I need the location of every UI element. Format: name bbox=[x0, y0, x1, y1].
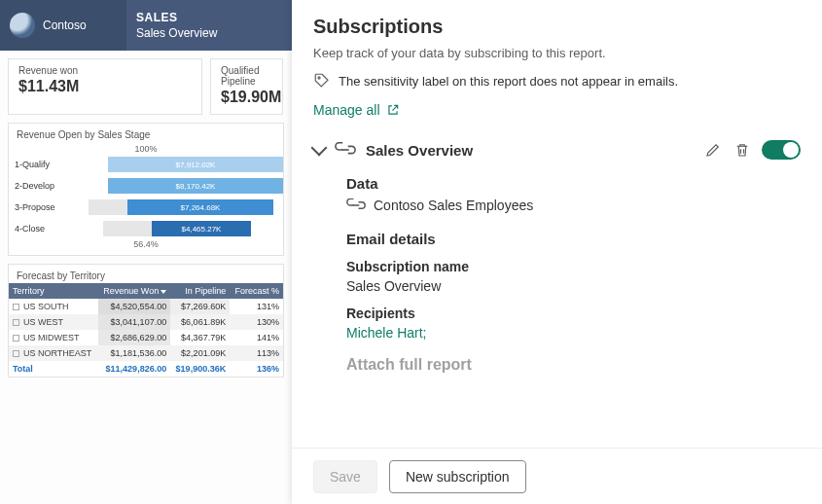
bar-label: 4-Close bbox=[15, 224, 69, 234]
report-title-block: SALES Sales Overview bbox=[126, 0, 292, 51]
trash-icon bbox=[733, 141, 751, 159]
subscriptions-pane: Subscriptions Keep track of your data by… bbox=[292, 0, 822, 504]
col-revenue-won[interactable]: Revenue Won bbox=[98, 283, 171, 299]
manage-all-label: Manage all bbox=[313, 102, 380, 118]
pencil-icon bbox=[704, 141, 722, 159]
chart-revenue-by-stage[interactable]: Revenue Open by Sales Stage 100% 1-Quali… bbox=[8, 123, 284, 256]
table-row[interactable]: US NORTHEAST$1,181,536.00$2,201.09K113% bbox=[9, 345, 283, 361]
email-details-heading: Email details bbox=[346, 231, 801, 247]
bar-label: 1-Qualify bbox=[15, 160, 69, 169]
recipients-value: Michele Hart; bbox=[346, 325, 801, 341]
kpi-card-revenue-won[interactable]: Revenue won $11.43M bbox=[8, 58, 202, 115]
kpi-label: Qualified Pipeline bbox=[221, 65, 272, 87]
row-marker-icon bbox=[13, 304, 19, 310]
sort-desc-icon bbox=[161, 290, 166, 294]
delete-button[interactable] bbox=[733, 140, 752, 160]
kpi-value: $11.43M bbox=[18, 78, 192, 95]
kpi-value: $19.90M bbox=[221, 89, 272, 106]
row-marker-icon bbox=[13, 350, 19, 357]
brand: Contoso bbox=[0, 0, 126, 51]
col-in-pipeline[interactable]: In Pipeline bbox=[170, 283, 230, 299]
col-forecast-pct[interactable]: Forecast % bbox=[230, 283, 283, 299]
chain-link-icon bbox=[335, 142, 356, 158]
row-marker-icon bbox=[13, 319, 19, 326]
bar-label: 2-Develop bbox=[15, 181, 69, 191]
save-button: Save bbox=[313, 460, 377, 493]
tag-icon bbox=[313, 72, 331, 90]
brand-name: Contoso bbox=[43, 18, 87, 32]
table-header-row: Territory Revenue Won In Pipeline Foreca… bbox=[9, 283, 283, 299]
pane-footer: Save New subscription bbox=[292, 448, 822, 504]
table-row[interactable]: US SOUTH$4,520,554.00$7,269.60K131% bbox=[9, 299, 283, 314]
kpi-card-qualified-pipeline[interactable]: Qualified Pipeline $19.90M bbox=[210, 58, 283, 115]
bar-label: 3-Propose bbox=[15, 202, 69, 212]
edit-button[interactable] bbox=[703, 140, 723, 160]
data-value: Contoso Sales Employees bbox=[374, 198, 533, 213]
chart-title: Revenue Open by Sales Stage bbox=[9, 124, 283, 142]
chain-link-icon bbox=[346, 198, 366, 212]
subscription-name-label: Subscription name bbox=[346, 259, 801, 274]
bar-develop: $8,170.42K bbox=[108, 178, 283, 194]
col-territory[interactable]: Territory bbox=[9, 283, 98, 299]
pane-title: Subscriptions bbox=[313, 16, 801, 38]
report-page: Sales Overview bbox=[136, 26, 292, 40]
table-title: Forecast by Territory bbox=[9, 265, 283, 283]
bar-propose: $7,264.68K bbox=[127, 199, 273, 215]
sensitivity-text: The sensitivity label on this report doe… bbox=[339, 74, 678, 89]
subscription-item: Sales Overview Data bbox=[313, 140, 801, 374]
chart-axis-top: 100% bbox=[15, 144, 277, 154]
data-heading: Data bbox=[346, 175, 801, 192]
table-row[interactable]: US WEST$3,041,107.00$6,061.89K130% bbox=[9, 314, 283, 330]
report-group: SALES bbox=[136, 11, 292, 24]
row-marker-icon bbox=[13, 335, 19, 342]
toggle-knob bbox=[783, 142, 799, 158]
manage-all-link[interactable]: Manage all bbox=[313, 102, 400, 118]
svg-point-0 bbox=[318, 77, 320, 79]
subscription-title: Sales Overview bbox=[366, 142, 473, 159]
sensitivity-note: The sensitivity label on this report doe… bbox=[313, 72, 801, 90]
new-subscription-button[interactable]: New subscription bbox=[389, 460, 526, 493]
recipients-label: Recipients bbox=[346, 306, 801, 321]
kpi-label: Revenue won bbox=[18, 65, 192, 76]
external-link-icon bbox=[386, 103, 400, 117]
attach-report-label: Attach full report bbox=[346, 356, 801, 374]
table-row[interactable]: US MIDWEST$2,686,629.00$4,367.79K141% bbox=[9, 330, 283, 345]
brand-logo-icon bbox=[10, 13, 35, 38]
report-header: Contoso SALES Sales Overview bbox=[0, 0, 292, 51]
chevron-down-icon[interactable] bbox=[311, 140, 328, 157]
table-forecast-by-territory[interactable]: Forecast by Territory Territory Revenue … bbox=[8, 264, 284, 378]
bar-close-bg bbox=[103, 221, 152, 236]
report-canvas: Contoso SALES Sales Overview Revenue won… bbox=[0, 0, 292, 504]
table-total-row: Total$11,429,826.00$19,900.36K136% bbox=[9, 361, 283, 377]
bar-qualify: $7,912.02K bbox=[108, 157, 283, 172]
bar-close: $4,465.27K bbox=[152, 221, 251, 236]
chart-axis-bottom: 56.4% bbox=[15, 239, 277, 249]
enable-toggle[interactable] bbox=[762, 140, 801, 160]
subscription-name-value: Sales Overview bbox=[346, 278, 801, 294]
pane-subtitle: Keep track of your data by subscribing t… bbox=[313, 46, 801, 60]
bar-propose-bg bbox=[89, 199, 127, 215]
